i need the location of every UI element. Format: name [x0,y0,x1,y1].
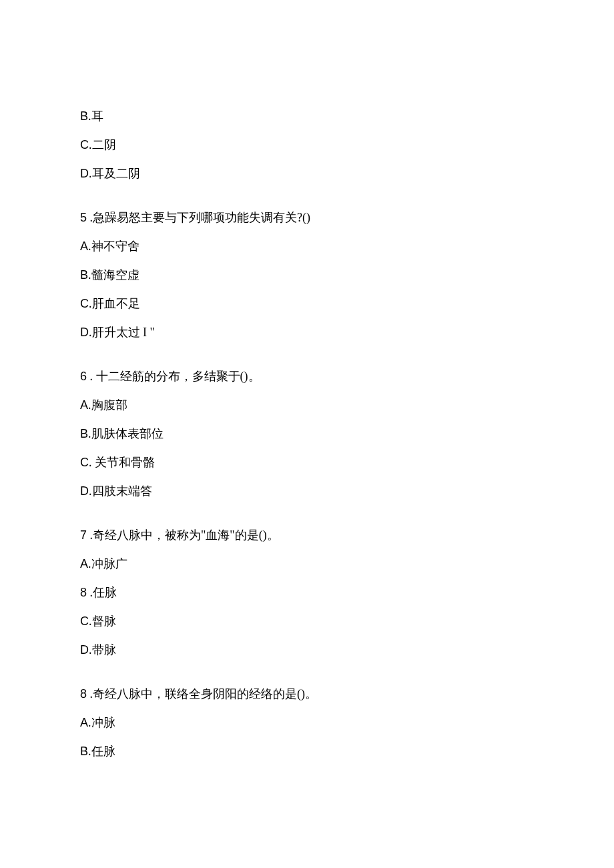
question-stem: . 十二经筋的分布，多结聚于()。 [87,370,260,383]
option-text: 耳及二阴 [92,167,140,180]
option-text: 冲脉 [91,716,115,729]
partial-options-top: B.耳 C.二阴 D.耳及二阴 [80,107,534,183]
option-letter: D [80,484,89,498]
question-number: 6 [80,370,87,383]
option: B.耳 [80,107,534,126]
question-block: 8 .奇经八脉中，联络全身阴阳的经络的是()。 A.冲脉 B.任脉 [80,685,534,761]
option-text: 髓海空虚 [91,268,139,282]
question-block: 5 .急躁易怒主要与下列哪项功能失调有关?() A.神不守舍 B.髓海空虚 C.… [80,208,534,342]
option-letter: B [80,268,88,282]
option-text: 肝血不足 [92,297,140,310]
document-content: B.耳 C.二阴 D.耳及二阴 5 .急躁易怒主要与下列哪项功能失调有关?() … [80,107,534,761]
option-letter: D [80,167,89,180]
question-stem: .急躁易怒主要与下列哪项功能失调有关?() [87,211,310,224]
option: D.耳及二阴 [80,164,534,183]
option: C.二阴 [80,135,534,155]
question-block: 6 . 十二经筋的分布，多结聚于()。 A.胸腹部 B.肌肤体表部位 C. 关节… [80,367,534,500]
question-block: 7 .奇经八脉中，被称为"血海"的是()。 A.冲脉广 8 .任脉 C.督脉 D… [80,526,534,659]
question-text: 8 .奇经八脉中，联络全身阴阳的经络的是()。 [80,685,534,704]
option-letter: A [80,557,88,570]
option-text: 二阴 [92,138,116,151]
option-letter: 8 [80,586,87,599]
option-letter: A [80,716,88,729]
option-text: 肝升太过 I " [92,326,155,339]
option: A.神不守舍 [80,237,534,256]
question-number: 7 [80,528,87,542]
question-stem: .奇经八脉中，联络全身阴阳的经络的是()。 [87,687,317,701]
option-letter: C [80,297,89,310]
option-text: 肌肤体表部位 [91,427,164,440]
option-letter: C [80,138,89,151]
question-stem: .奇经八脉中，被称为"血海"的是()。 [87,528,279,542]
option-text: 神不守舍 [91,240,139,253]
option-letter: C [80,614,89,628]
option: D.肝升太过 I " [80,323,534,342]
question-text: 7 .奇经八脉中，被称为"血海"的是()。 [80,526,534,545]
question-text: 6 . 十二经筋的分布，多结聚于()。 [80,367,534,386]
option-letter: B [80,427,88,440]
option-letter: A [80,240,88,253]
option-letter: B [80,109,88,123]
option-text: 四肢末端答 [92,484,152,498]
option: C.肝血不足 [80,294,534,314]
option-letter: C [80,456,89,469]
option-letter: D [80,643,89,657]
option-text: .任脉 [87,586,117,599]
option-text: 胸腹部 [91,398,127,412]
option-text: 带脉 [92,643,116,657]
option: 8 .任脉 [80,583,534,602]
option: A.胸腹部 [80,396,534,415]
question-text: 5 .急躁易怒主要与下列哪项功能失调有关?() [80,208,534,228]
option: D.四肢末端答 [80,482,534,501]
option-text: 耳 [91,109,103,123]
option-letter: D [80,326,89,339]
option-text: 冲脉广 [91,557,127,570]
option: C. 关节和骨骼 [80,453,534,472]
option: D.带脉 [80,640,534,660]
option-text: 任脉 [91,745,115,758]
option-text: 关节和骨骼 [92,456,156,469]
option: B.髓海空虚 [80,266,534,285]
option: B.任脉 [80,742,534,761]
option-letter: B [80,745,88,758]
option-letter: A [80,398,88,412]
option: C.督脉 [80,612,534,631]
option: B.肌肤体表部位 [80,424,534,444]
question-number: 8 [80,687,87,701]
option: A.冲脉 [80,713,534,733]
option-text: 督脉 [92,614,116,628]
question-number: 5 [80,211,87,224]
option: A.冲脉广 [80,554,534,574]
